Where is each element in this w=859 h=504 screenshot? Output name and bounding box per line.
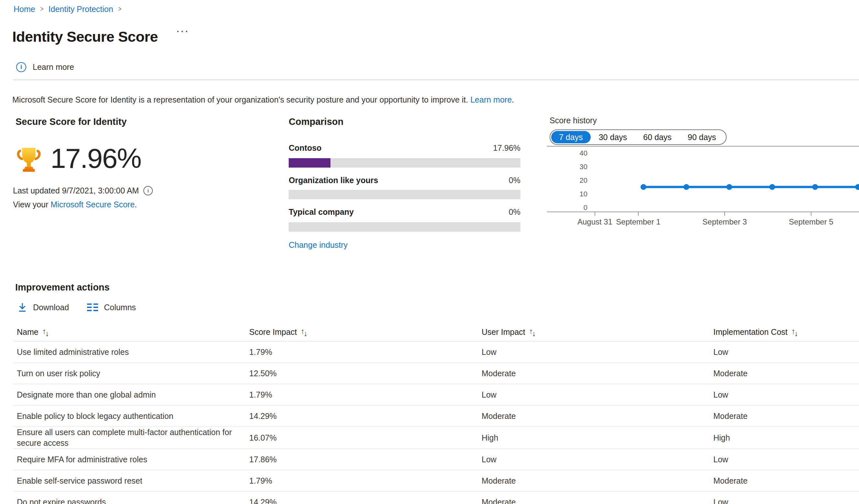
progress-fill <box>289 158 330 168</box>
intro-sentence: Microsoft Secure Score for Identity is a… <box>12 95 468 104</box>
microsoft-secure-score-link[interactable]: Microsoft Secure Score <box>50 200 135 209</box>
intro-learn-more-link[interactable]: Learn more <box>470 95 512 104</box>
cell-name: Ensure all users can complete multi-fact… <box>13 427 245 449</box>
svg-text:September 3: September 3 <box>702 217 747 226</box>
comparison-value: 0% <box>509 207 521 217</box>
cell-user-impact: Moderate <box>478 491 709 504</box>
progress-track <box>289 158 521 168</box>
range-30-days[interactable]: 30 days <box>591 131 635 143</box>
cell-user-impact: Moderate <box>478 470 709 491</box>
header-user-impact[interactable]: User Impact↑↓ <box>478 323 709 341</box>
cell-score-impact: 14.29% <box>245 405 478 427</box>
table-row[interactable]: Ensure all users can complete multi-fact… <box>13 427 859 449</box>
svg-text:0: 0 <box>584 203 587 212</box>
cell-implementation-cost: Moderate <box>709 470 859 491</box>
svg-text:September 5: September 5 <box>789 217 833 226</box>
cell-implementation-cost: Moderate <box>709 405 859 427</box>
header-name[interactable]: Name↑↓ <box>13 323 245 341</box>
learn-more-banner[interactable]: i Learn more <box>16 62 74 72</box>
chevron-right-icon: > <box>118 5 121 13</box>
comparison-row-contoso: Contoso 17.96% <box>289 143 521 168</box>
trophy-icon <box>16 146 42 172</box>
table-row[interactable]: Require MFA for administrative roles17.8… <box>13 449 859 470</box>
breadcrumb-home[interactable]: Home <box>14 4 35 14</box>
time-range-toggle: 7 days 30 days 60 days 90 days <box>549 129 727 145</box>
header-score-impact[interactable]: Score Impact↑↓ <box>245 323 478 341</box>
cell-score-impact: 12.50% <box>245 363 478 384</box>
sort-icon: ↑↓ <box>42 328 48 337</box>
cell-score-impact: 1.79% <box>245 341 478 363</box>
cell-score-impact: 16.07% <box>245 427 478 449</box>
cell-implementation-cost: Low <box>709 384 859 405</box>
cell-name: Turn on user risk policy <box>13 363 245 384</box>
svg-text:30: 30 <box>580 163 587 171</box>
cell-score-impact: 14.29% <box>245 491 478 504</box>
svg-text:20: 20 <box>580 176 587 184</box>
download-label: Download <box>33 303 69 312</box>
comparison-value: 17.96% <box>493 143 521 153</box>
cell-implementation-cost: Low <box>709 341 859 363</box>
cell-user-impact: High <box>478 427 709 449</box>
header-implementation-cost[interactable]: Implementation Cost↑↓ <box>709 323 859 341</box>
improvement-actions-heading: Improvement actions <box>13 282 859 293</box>
progress-track <box>289 190 521 199</box>
cell-name: Use limited administrative roles <box>13 341 245 363</box>
table-toolbar: Download Columns <box>13 302 859 313</box>
table-row[interactable]: Enable policy to block legacy authentica… <box>13 405 859 427</box>
info-icon[interactable]: i <box>144 186 153 195</box>
cell-implementation-cost: Low <box>709 491 859 504</box>
cell-implementation-cost: High <box>709 427 859 449</box>
secure-score-value: 17.96% <box>50 143 141 173</box>
progress-track <box>289 222 521 232</box>
breadcrumb: Home > Identity Protection > <box>14 4 122 14</box>
table-header-row: Name↑↓ Score Impact↑↓ User Impact↑↓ Impl… <box>13 323 859 341</box>
comparison-row-typical-company: Typical company 0% <box>289 207 521 232</box>
cell-name: Do not expire passwords <box>13 491 245 504</box>
download-button[interactable]: Download <box>17 302 69 312</box>
comparison-label: Typical company <box>289 207 354 217</box>
comparison-value: 0% <box>509 175 521 185</box>
sort-icon: ↑↓ <box>792 328 797 337</box>
cell-score-impact: 1.79% <box>245 384 478 405</box>
sort-icon: ↑↓ <box>529 328 535 337</box>
range-60-days[interactable]: 60 days <box>635 131 680 143</box>
view-your-text: View your <box>13 200 50 209</box>
columns-button[interactable]: Columns <box>87 303 136 312</box>
cell-user-impact: Moderate <box>478 363 709 384</box>
comparison-label: Organization like yours <box>289 175 378 185</box>
range-90-days[interactable]: 90 days <box>680 131 724 143</box>
cell-implementation-cost: Moderate <box>709 363 859 384</box>
table-row[interactable]: Designate more than one global admin1.79… <box>13 384 859 405</box>
secure-score-section: Secure Score for Identity 17.96% Last up… <box>13 117 272 209</box>
improvement-actions-section: Improvement actions Download <box>13 282 859 504</box>
learn-more-banner-label: Learn more <box>33 62 74 72</box>
score-history-heading: Score history <box>549 115 859 125</box>
svg-text:10: 10 <box>580 190 587 198</box>
intro-text: Microsoft Secure Score for Identity is a… <box>12 95 514 105</box>
table-row[interactable]: Turn on user risk policy12.50%ModerateMo… <box>13 363 859 384</box>
cell-name: Enable policy to block legacy authentica… <box>13 405 245 427</box>
cell-name: Enable self-service password reset <box>13 470 245 491</box>
columns-label: Columns <box>104 303 136 312</box>
comparison-heading: Comparison <box>289 117 521 127</box>
table-row[interactable]: Use limited administrative roles1.79%Low… <box>13 341 859 363</box>
svg-text:40: 40 <box>580 149 587 157</box>
comparison-label: Contoso <box>289 143 321 153</box>
svg-text:August 31: August 31 <box>577 217 612 226</box>
change-industry-link[interactable]: Change industry <box>289 240 348 250</box>
cell-user-impact: Low <box>478 449 709 470</box>
improvement-actions-table: Name↑↓ Score Impact↑↓ User Impact↑↓ Impl… <box>13 323 859 504</box>
comparison-section: Comparison Contoso 17.96% Organization l… <box>289 117 521 250</box>
table-row[interactable]: Enable self-service password reset1.79%M… <box>13 470 859 491</box>
breadcrumb-identity-protection[interactable]: Identity Protection <box>48 4 113 14</box>
info-icon: i <box>16 62 26 72</box>
range-7-days[interactable]: 7 days <box>551 131 591 143</box>
cell-name: Designate more than one global admin <box>13 384 245 405</box>
more-menu-button[interactable]: ··· <box>174 24 191 37</box>
divider <box>13 80 859 80</box>
cell-user-impact: Moderate <box>478 405 709 427</box>
download-icon <box>17 302 27 312</box>
cell-score-impact: 17.86% <box>245 449 478 470</box>
sort-icon: ↑↓ <box>301 328 306 337</box>
table-row[interactable]: Do not expire passwords14.29%ModerateLow <box>13 491 859 504</box>
